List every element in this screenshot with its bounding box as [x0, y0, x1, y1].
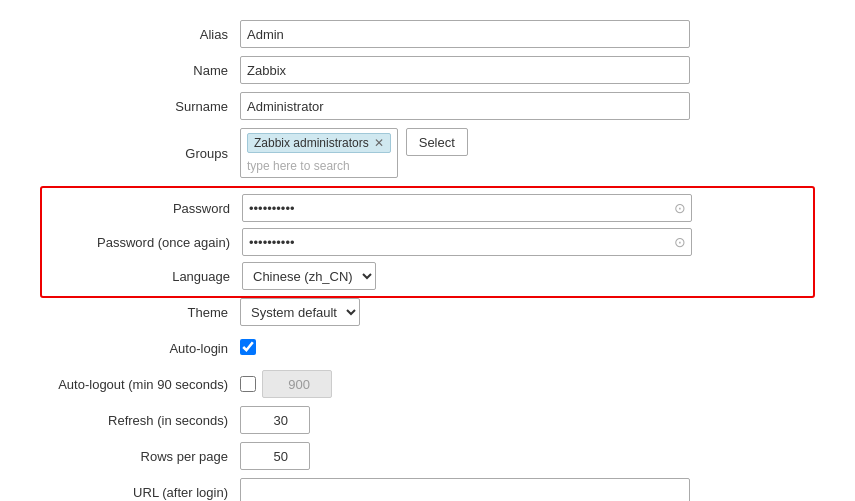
- groups-label: Groups: [40, 146, 240, 161]
- autologin-checkbox[interactable]: [240, 339, 256, 355]
- surname-row: Surname: [40, 92, 815, 120]
- url-row: URL (after login): [40, 478, 815, 501]
- refresh-label: Refresh (in seconds): [40, 413, 240, 428]
- language-select[interactable]: Chinese (zh_CN) English (en_US) Default: [242, 262, 376, 290]
- refresh-input[interactable]: [240, 406, 310, 434]
- password-input-wrapper: ⊙: [242, 194, 692, 222]
- autologin-label: Auto-login: [40, 341, 240, 356]
- language-field-container: Chinese (zh_CN) English (en_US) Default: [242, 262, 692, 290]
- autologin-field-container: [240, 339, 690, 358]
- autologout-checkbox[interactable]: [240, 376, 256, 392]
- alias-row: Alias: [40, 20, 815, 48]
- password-once-input[interactable]: [242, 228, 692, 256]
- autologin-row: Auto-login: [40, 334, 815, 362]
- name-field-container: [240, 56, 690, 84]
- url-input[interactable]: [240, 478, 690, 501]
- theme-label: Theme: [40, 305, 240, 320]
- url-field-container: [240, 478, 690, 501]
- rows-per-page-input[interactable]: [240, 442, 310, 470]
- surname-label: Surname: [40, 99, 240, 114]
- name-row: Name: [40, 56, 815, 84]
- autologout-row: Auto-logout (min 90 seconds): [40, 370, 815, 398]
- password-once-row: Password (once again) ⊙: [42, 228, 813, 256]
- rows-per-page-field-container: [240, 442, 690, 470]
- password-label: Password: [42, 201, 242, 216]
- password-field-container: ⊙: [242, 194, 692, 222]
- refresh-row: Refresh (in seconds): [40, 406, 815, 434]
- password-eye-icon[interactable]: ⊙: [674, 200, 686, 216]
- refresh-field-container: [240, 406, 690, 434]
- alias-input[interactable]: [240, 20, 690, 48]
- groups-tag-text: Zabbix administrators: [254, 136, 369, 150]
- password-once-input-wrapper: ⊙: [242, 228, 692, 256]
- autologout-label: Auto-logout (min 90 seconds): [40, 377, 240, 392]
- groups-search-placeholder: type here to search: [247, 159, 391, 173]
- name-input[interactable]: [240, 56, 690, 84]
- groups-tag: Zabbix administrators ✕: [247, 133, 391, 153]
- password-once-field-container: ⊙: [242, 228, 692, 256]
- password-once-eye-icon[interactable]: ⊙: [674, 234, 686, 250]
- surname-field-container: [240, 92, 690, 120]
- autologout-field-container: [240, 370, 690, 398]
- alias-field-container: [240, 20, 690, 48]
- rows-per-page-label: Rows per page: [40, 449, 240, 464]
- autologout-input[interactable]: [262, 370, 332, 398]
- theme-select[interactable]: System default Blue Dark: [240, 298, 360, 326]
- autologout-controls: [240, 370, 690, 398]
- language-label: Language: [42, 269, 242, 284]
- groups-select-button[interactable]: Select: [406, 128, 468, 156]
- language-row: Language Chinese (zh_CN) English (en_US)…: [42, 262, 813, 290]
- groups-tag-close-icon[interactable]: ✕: [374, 136, 384, 150]
- theme-field-container: System default Blue Dark: [240, 298, 690, 326]
- password-row: Password ⊙: [42, 194, 813, 222]
- password-once-label: Password (once again): [42, 235, 242, 250]
- password-input[interactable]: [242, 194, 692, 222]
- user-form: Alias Name Surname Groups Zabbix adminis…: [0, 0, 855, 501]
- highlight-section: Password ⊙ Password (once again) ⊙ Langu…: [40, 186, 815, 298]
- alias-label: Alias: [40, 27, 240, 42]
- alias-input-wrapper: [240, 20, 690, 48]
- groups-row: Groups Zabbix administrators ✕ type here…: [40, 128, 815, 178]
- theme-row: Theme System default Blue Dark: [40, 298, 815, 326]
- name-label: Name: [40, 63, 240, 78]
- surname-input[interactable]: [240, 92, 690, 120]
- groups-container: Zabbix administrators ✕ type here to sea…: [240, 128, 468, 178]
- rows-per-page-row: Rows per page: [40, 442, 815, 470]
- url-label: URL (after login): [40, 485, 240, 500]
- groups-input-area[interactable]: Zabbix administrators ✕ type here to sea…: [240, 128, 398, 178]
